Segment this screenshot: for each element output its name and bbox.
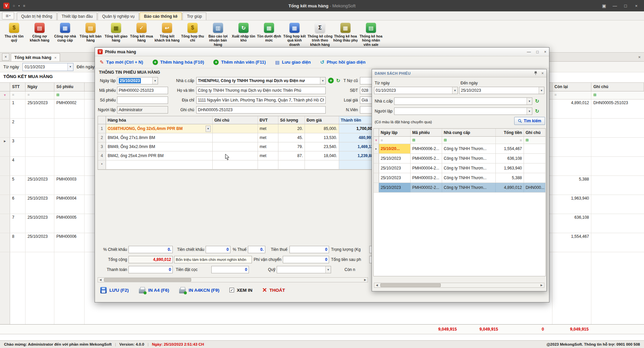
column-header-tong-tien[interactable]: Tổng tiền — [496, 129, 524, 136]
column-header-conlai[interactable]: Còn lại — [552, 83, 591, 91]
doc-tab-tong-ket-mua-hang[interactable]: Tổng kết mua hàng × — [11, 53, 60, 61]
scroll-right-icon[interactable]: ▶ — [363, 278, 368, 281]
filter-cell[interactable]: ⊞ — [411, 137, 442, 144]
ma-phieu-input[interactable]: PMH00002-251023 — [117, 87, 168, 94]
panel-header[interactable]: DANH SÁCH PHIẾU × — [372, 69, 546, 77]
product-row[interactable]: 3 BM49, Ống 34x2.0mm BM ▼ met 79. 23,540… — [98, 142, 376, 151]
chevron-down-icon[interactable]: ▼ — [527, 108, 532, 115]
close-icon[interactable]: × — [541, 71, 544, 76]
nha-cung-cap-combo[interactable]: ▼ — [394, 97, 532, 105]
filter-funnel-icon[interactable]: ▼ — [375, 139, 378, 142]
chevron-down-icon[interactable]: ▼ — [452, 87, 458, 94]
column-header-thanh-tien[interactable]: Thành tiền — [339, 116, 376, 124]
xem-in-checkbox[interactable]: ✓ XEM IN — [229, 288, 253, 293]
ho-ten-input[interactable]: Công ty TNHH Thương mại Dịch vụ Điện nướ… — [196, 87, 326, 94]
tim-kiem-button[interactable]: Tìm kiếm — [514, 117, 545, 125]
ribbon-button[interactable]: ▤ Thống kê hoa hồng nhân viên sale — [358, 23, 384, 47]
filter-cell[interactable]: = — [379, 137, 411, 144]
column-header-stt[interactable]: STT — [10, 83, 25, 91]
in-a4kcn-button[interactable]: IN A4KCN (F9) — [179, 287, 219, 293]
tu-ngay-input[interactable]: 01/10/2023 ▼ — [22, 63, 73, 71]
column-header-ncc[interactable]: Nhà cung cấp — [442, 129, 496, 136]
tien-dat-coc-input[interactable]: 0 — [211, 266, 249, 273]
ghi-chu-input[interactable]: DHN00005-251023 — [196, 106, 326, 114]
list-item[interactable]: 25/10/2023 PMH00004-2... Công ty TNHH Th… — [374, 163, 545, 173]
scrollbar-thumb[interactable] — [104, 278, 191, 282]
close-tab-icon[interactable]: × — [2, 53, 9, 61]
column-header-don-gia[interactable]: Đơn giá — [305, 116, 339, 124]
column-header-so-luong[interactable]: Số lượng — [278, 116, 305, 124]
list-item[interactable]: ▸ 25/10/20... PMH00006-2... Công ty TNHH… — [374, 144, 545, 154]
quick-access-icon[interactable]: ≡ — [23, 4, 25, 8]
column-header-ghi-chu[interactable]: Ghi chú — [213, 116, 258, 124]
chevron-down-icon[interactable]: ▼ — [539, 87, 544, 94]
list-item[interactable]: 25/10/2023 PMH00003-2... Công ty TNHH Th… — [374, 173, 545, 183]
filter-cell[interactable]: = — [496, 137, 524, 144]
checkbox-checked-icon[interactable]: ✓ — [229, 288, 234, 292]
add-supplier-icon[interactable]: + — [328, 78, 334, 83]
scrollbar-thumb[interactable] — [380, 283, 441, 287]
chevron-down-icon[interactable]: ▼ — [320, 77, 325, 84]
dialog-titlebar[interactable]: V Phiếu mua hàng — □ × — [95, 48, 549, 56]
pin-icon[interactable] — [534, 71, 537, 75]
in-a4-button[interactable]: IN A4 (F6) — [139, 287, 169, 293]
column-header-ghichu[interactable]: Ghi chú — [591, 83, 644, 91]
nha-cung-cap-combo[interactable]: THIENPHU, Công ty TNHH Thương mại Dịch v… — [196, 77, 326, 84]
menu-tab[interactable]: Trợ giúp — [182, 12, 206, 20]
column-header-hang-hoa[interactable]: Hàng hóa — [106, 116, 213, 124]
product-row[interactable]: * ▼ — [98, 160, 376, 169]
ribbon-button[interactable]: Σ Thống kê công trình theo khách hàng — [307, 23, 333, 47]
column-header-sophieu[interactable]: Số phiếu — [54, 83, 85, 91]
column-header-ngay[interactable]: Ngày — [25, 83, 54, 91]
filter-cell[interactable]: = — [552, 91, 591, 99]
toolbar-button[interactable]: ✎ Tạo mới (Ctrl + N) — [100, 59, 143, 65]
filter-cell[interactable]: = — [25, 91, 54, 99]
thue-pct-input[interactable]: 0. — [248, 246, 265, 253]
filter-funnel-icon[interactable]: ▼ — [3, 93, 6, 97]
column-header-ghi-chu[interactable]: Ghi chú — [524, 129, 545, 136]
ribbon-button[interactable]: ▤ Tổng kết bán hàng — [78, 23, 103, 43]
minimize-icon[interactable]: — — [612, 2, 618, 9]
toolbar-button[interactable]: ▤ Lưu giao diện — [275, 60, 311, 65]
close-icon[interactable]: × — [633, 2, 639, 9]
so-phieu-input[interactable] — [117, 96, 168, 104]
list-item[interactable]: 25/10/2023 PMH00005-2... Công ty TNHH Th… — [374, 154, 545, 163]
ribbon-button[interactable]: ▦ Tồn dưới định mức — [256, 23, 282, 43]
layout-grid-button[interactable]: ⊞ ▾ — [2, 12, 14, 19]
chiet-khau-pct-input[interactable]: 0. — [128, 246, 173, 253]
toolbar-button[interactable]: + Thêm nhân viên (F11) — [213, 60, 266, 65]
filter-cell[interactable]: ⊞ — [442, 137, 496, 144]
refresh-icon[interactable]: ↻ — [535, 108, 539, 114]
ribbon-button[interactable]: ▤ Công nợ khách hàng — [27, 23, 52, 43]
fullscreen-icon[interactable]: ▣ — [601, 2, 607, 9]
nguoi-lap-combo[interactable]: ▼ — [394, 108, 532, 115]
ngay-lap-input[interactable]: 25/10/2023 ▼ — [117, 77, 158, 84]
minimize-icon[interactable]: — — [527, 50, 531, 54]
column-header-ngay-lap[interactable]: Ngày lập — [379, 129, 411, 136]
horizontal-scrollbar[interactable]: ◀ ▶ — [98, 277, 368, 282]
quy-combo[interactable]: ▼ — [277, 266, 331, 273]
column-header-ma-phieu[interactable]: Mã phiếu — [411, 129, 442, 136]
product-row[interactable]: 4 BM42, ống 25x4.2mm PPR BM ▼ met 87. 18… — [98, 151, 376, 160]
filter-cell[interactable]: ⊞ — [524, 137, 545, 144]
den-ngay-input[interactable]: 25/10/2023▼ — [459, 87, 544, 94]
ribbon-button[interactable]: ↻ Xuất nhập tồn kho — [231, 23, 256, 43]
menu-tab[interactable]: Quản trị hệ thống — [17, 12, 57, 20]
refresh-icon[interactable]: ↻ — [535, 98, 539, 104]
menu-tab[interactable]: Thiết lập ban đầu — [57, 12, 97, 20]
scroll-left-icon[interactable]: ◀ — [98, 278, 103, 281]
thanh-toan-input[interactable]: 0 — [128, 266, 173, 273]
dia-chi-input[interactable]: 1111 Nguyễn Văn Linh, Phường Tân Phong, … — [196, 96, 326, 104]
chevron-down-icon[interactable]: ▼ — [527, 98, 532, 105]
ribbon-button[interactable]: ▦ Công nợ nhà cung cấp — [52, 23, 78, 43]
luu-button[interactable]: LƯU (F2) — [100, 287, 129, 293]
grid-filter-row[interactable]: ▼ = ⊞ ⊞ = ⊞ — [374, 137, 545, 144]
tien-thue-input[interactable]: 0 — [289, 246, 329, 253]
scroll-right-icon[interactable]: ▶ — [539, 284, 544, 287]
chevron-down-icon[interactable]: ▼ — [67, 63, 73, 71]
close-icon[interactable]: × — [638, 55, 641, 60]
maximize-icon[interactable]: □ — [623, 2, 629, 9]
record-toggle-icon[interactable]: ○ — [13, 4, 15, 8]
maximize-icon[interactable]: □ — [536, 50, 539, 54]
chevron-down-icon[interactable]: ▾ — [18, 4, 20, 7]
